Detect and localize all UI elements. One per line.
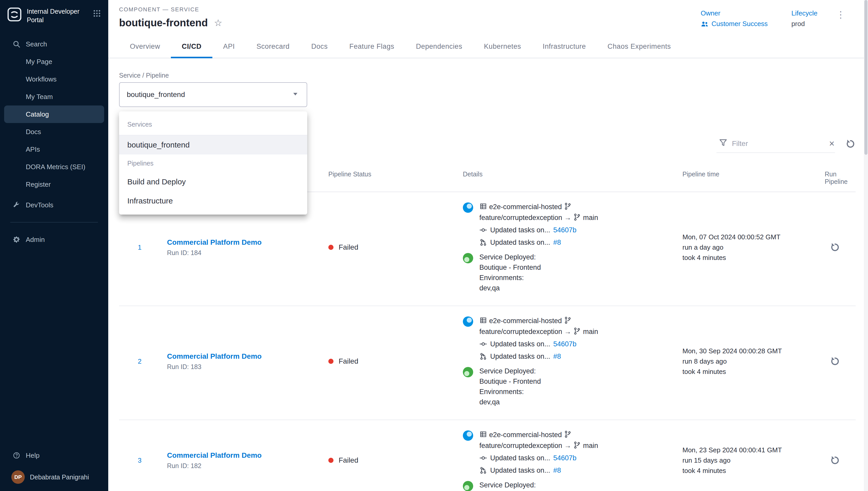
favorite-star-icon[interactable]: ☆ <box>214 18 222 28</box>
tab-feature-flags[interactable]: Feature Flags <box>339 36 405 58</box>
pipeline-select[interactable]: boutique_frontend <box>119 82 307 107</box>
git-branch-icon <box>564 430 571 438</box>
wrench-icon <box>12 201 21 209</box>
tab-api[interactable]: API <box>212 36 246 58</box>
sidebar-item-devtools[interactable]: DevTools <box>4 196 104 214</box>
status-label: Failed <box>339 357 358 366</box>
git-branch-icon <box>564 316 571 324</box>
rerun-pipeline-button[interactable] <box>830 242 840 253</box>
tab-infrastructure[interactable]: Infrastructure <box>532 36 597 58</box>
time-relative: run 15 days ago <box>682 455 814 465</box>
failed-status-dot <box>328 359 334 364</box>
pull-request-icon <box>479 352 487 360</box>
apps-grid-icon[interactable] <box>93 7 101 20</box>
tab-scorecard[interactable]: Scorecard <box>246 36 300 58</box>
tab-dependencies[interactable]: Dependencies <box>405 36 473 58</box>
pipeline-name-cell: Commercial Platform Demo Run ID: 184 <box>160 238 315 257</box>
deploy-title: Service Deployed: <box>479 252 541 262</box>
app-window: Internal Developer Portal Search My Page… <box>0 0 868 491</box>
help-button[interactable]: Help <box>4 446 104 464</box>
sidebar-item-apis[interactable]: APIs <box>4 141 104 158</box>
pipeline-name-cell: Commercial Platform Demo Run ID: 182 <box>160 451 315 470</box>
clear-filter-icon[interactable]: × <box>829 139 835 148</box>
pipeline-status-cell: Failed <box>315 456 457 464</box>
cd-stage-icon <box>463 481 473 491</box>
sidebar-item-search[interactable]: Search <box>4 35 104 53</box>
pull-request-icon <box>479 238 487 246</box>
dropdown-group-services: Services <box>119 116 307 135</box>
sidebar-item-my-page[interactable]: My Page <box>4 53 104 70</box>
refresh-table-button[interactable] <box>845 139 856 149</box>
page-header: COMPONENT — SERVICE boutique-frontend ☆ … <box>108 0 868 29</box>
lifecycle-value: prod <box>792 20 817 28</box>
rerun-pipeline-button[interactable] <box>830 455 840 465</box>
tab-docs[interactable]: Docs <box>301 36 339 58</box>
dropdown-option-build-and-deploy[interactable]: Build and Deploy <box>119 172 307 191</box>
sidebar-item-register[interactable]: Register <box>4 176 104 193</box>
sidebar-item-workflows[interactable]: Workflows <box>4 70 104 88</box>
ci-stage-icon <box>463 202 473 213</box>
rerun-pipeline-button[interactable] <box>830 356 840 367</box>
sidebar-item-my-team[interactable]: My Team <box>4 88 104 106</box>
failed-status-dot <box>328 458 334 463</box>
run-id: Run ID: 182 <box>167 462 315 470</box>
commit-link[interactable]: 54607b <box>553 453 577 463</box>
sidebar-item-catalog[interactable]: Catalog <box>4 106 104 123</box>
avatar: DP <box>11 470 25 484</box>
pipeline-name-link[interactable]: Commercial Platform Demo <box>167 238 315 247</box>
user-menu[interactable]: DP Debabrata Panigrahi <box>4 464 104 485</box>
failed-status-dot <box>328 245 334 250</box>
lifecycle-label: Lifecycle <box>792 9 817 17</box>
deploy-envs: dev,qa <box>479 283 541 293</box>
lifecycle-block: Lifecycle prod <box>792 9 817 28</box>
tab-overview[interactable]: Overview <box>119 36 171 58</box>
target-branch: main <box>583 214 598 222</box>
target-branch: main <box>583 442 598 450</box>
scrollbar-thumb[interactable] <box>864 0 867 155</box>
target-branch: main <box>583 328 598 336</box>
dropdown-option-infrastructure[interactable]: Infrastructure <box>119 191 307 210</box>
pipeline-status-cell: Failed <box>315 357 457 366</box>
owner-link[interactable]: Customer Success <box>701 20 768 28</box>
tab-cicd[interactable]: CI/CD <box>171 36 212 58</box>
commit-message: Updated tasks on... <box>490 339 550 349</box>
git-branch-icon <box>564 202 571 210</box>
sidebar-item-label: Docs <box>26 128 41 136</box>
sidebar-item-dora-metrics[interactable]: DORA Metrics (SEI) <box>4 158 104 176</box>
th-run-pipeline: Run Pipeline <box>814 170 856 185</box>
filter-input[interactable] <box>732 140 825 148</box>
deploy-title: Service Deployed: <box>479 366 541 376</box>
sidebar-item-label: Admin <box>26 236 45 244</box>
help-icon <box>12 451 21 460</box>
kebab-menu-icon[interactable]: ⋮ <box>834 9 847 20</box>
time-duration: took 4 minutes <box>682 367 814 377</box>
run-id: Run ID: 184 <box>167 249 315 257</box>
commit-link[interactable]: 54607b <box>553 339 577 349</box>
cd-stage-icon <box>463 367 473 377</box>
deploy-service: Boutique - Frontend <box>479 262 541 272</box>
repo-name: e2e-commercial-hosted <box>489 431 562 439</box>
dropdown-option-boutique-frontend[interactable]: boutique_frontend <box>119 135 307 154</box>
pipeline-name-link[interactable]: Commercial Platform Demo <box>167 352 315 360</box>
pr-link[interactable]: #8 <box>553 465 561 476</box>
portal-logo-icon <box>7 7 22 22</box>
pr-link[interactable]: #8 <box>553 351 561 362</box>
user-name: Debabrata Panigrahi <box>30 473 89 481</box>
arrow-right-icon: → <box>564 442 571 450</box>
filter-funnel-icon <box>718 138 728 149</box>
tab-chaos-experiments[interactable]: Chaos Experiments <box>597 36 682 58</box>
tab-bar: Overview CI/CD API Scorecard Docs Featur… <box>108 36 868 58</box>
pipeline-name-link[interactable]: Commercial Platform Demo <box>167 451 315 460</box>
commit-icon <box>479 454 487 462</box>
th-details: Details <box>457 170 670 185</box>
time-relative: run 8 days ago <box>682 356 814 367</box>
people-icon <box>701 20 709 28</box>
details-cell: e2e-commercial-hostedfeature/corruptedex… <box>457 201 670 293</box>
sidebar-item-docs[interactable]: Docs <box>4 123 104 141</box>
sidebar-item-admin[interactable]: Admin <box>4 231 104 248</box>
commit-link[interactable]: 54607b <box>553 225 577 235</box>
tab-kubernetes[interactable]: Kubernetes <box>473 36 532 58</box>
time-absolute: Mon, 23 Sep 2024 00:00:41 GMT <box>682 445 814 455</box>
vertical-scrollbar <box>864 0 868 491</box>
pr-link[interactable]: #8 <box>553 237 561 248</box>
